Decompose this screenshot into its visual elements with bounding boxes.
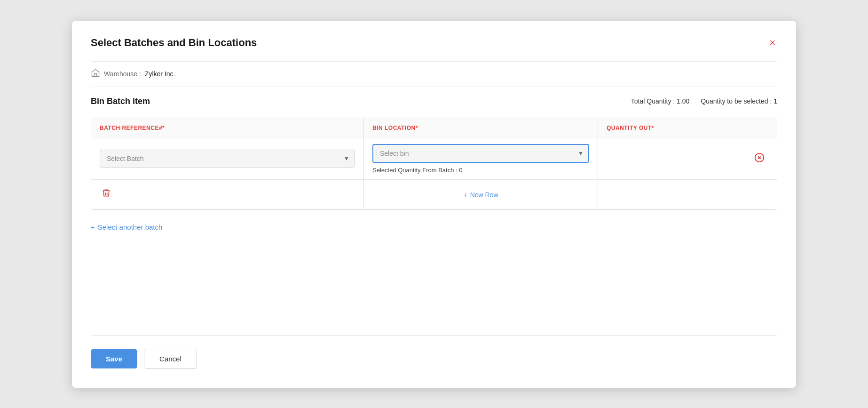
select-another-batch-button[interactable]: + Select another batch [91,219,777,235]
delete-row-button[interactable] [100,186,113,202]
new-row-cell: + New Row [364,180,598,209]
modal-header: Select Batches and Bin Locations × [91,36,777,50]
new-row-label: New Row [470,191,498,199]
item-header-row: Bin Batch item Total Quantity : 1.00 Qua… [91,96,777,106]
selected-qty-text: Selected Quantity From Batch : 0 [372,167,589,174]
table-actions-row: + New Row [91,180,777,209]
new-row-plus-icon: + [463,191,467,199]
bin-select[interactable]: Select bin [372,144,589,163]
modal-title: Select Batches and Bin Locations [91,37,257,49]
batch-bin-table: BATCH REFERENCE#* BIN LOCATION* QUANTITY… [91,118,777,210]
new-row-button[interactable]: + New Row [455,186,506,203]
table-row: Select Batch ▼ Select bin ▼ Selected Qua… [91,138,777,180]
delete-cell [91,180,364,209]
save-button[interactable]: Save [91,349,137,368]
batch-select-wrapper: Select Batch ▼ [100,150,355,168]
close-button[interactable]: × [767,36,777,50]
warehouse-row: Warehouse : Zylker Inc. [91,61,777,87]
quantity-info: Total Quantity : 1.00 Quantity to be sel… [631,97,777,105]
footer-actions: Save Cancel [91,349,777,369]
warehouse-value: Zylker Inc. [145,70,175,78]
bin-cell: Select bin ▼ Selected Quantity From Batc… [364,138,598,179]
bin-col-inner: Select bin ▼ Selected Quantity From Batc… [372,144,589,174]
header-bin-location: BIN LOCATION* [364,118,598,138]
select-another-label: Select another batch [98,223,163,231]
warehouse-label: Warehouse : [104,70,141,78]
item-name: Bin Batch item [91,96,150,106]
select-another-plus-icon: + [91,223,95,231]
modal-dialog: Select Batches and Bin Locations × Wareh… [72,21,796,388]
bin-select-wrapper: Select bin ▼ [372,144,589,163]
total-quantity: Total Quantity : 1.00 [631,97,690,105]
table-header: BATCH REFERENCE#* BIN LOCATION* QUANTITY… [91,118,777,138]
batch-select[interactable]: Select Batch [100,150,355,168]
qty-cell-inner [607,148,768,169]
cancel-button[interactable]: Cancel [144,349,197,369]
quantity-out-cell [598,138,777,179]
svg-rect-0 [95,73,97,76]
header-batch-ref: BATCH REFERENCE#* [91,118,364,138]
warehouse-icon [91,68,100,80]
footer-divider [91,335,777,336]
quantity-to-select: Quantity to be selected : 1 [701,97,777,105]
qty-out-empty-cell [598,180,777,209]
header-quantity-out: QUANTITY OUT* [598,118,777,138]
qty-clear-button[interactable] [752,151,766,167]
batch-cell: Select Batch ▼ [91,138,364,179]
